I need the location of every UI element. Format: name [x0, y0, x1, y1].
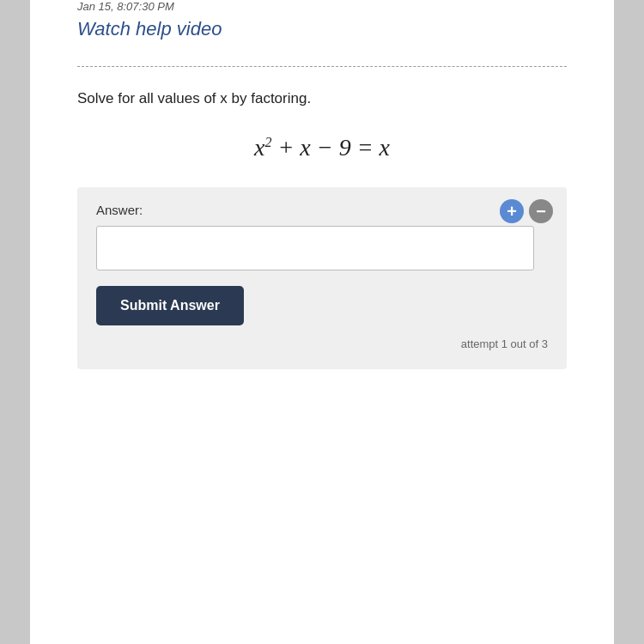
submit-label: Submit Answer: [120, 298, 220, 313]
divider: [77, 66, 567, 67]
answer-input[interactable]: [96, 226, 534, 270]
answer-box-controls: + −: [500, 199, 553, 223]
page-wrapper: Jan 15, 8:07:30 PM Watch help video Solv…: [0, 0, 644, 644]
equation-container: x2 + x − 9 = x: [77, 134, 567, 161]
answer-box: + − Answer: Submit Answer attempt 1 out …: [77, 187, 567, 369]
top-bar: Jan 15, 8:07:30 PM Watch help video: [30, 0, 614, 66]
card: Jan 15, 8:07:30 PM Watch help video Solv…: [30, 0, 614, 644]
answer-label: Answer:: [96, 203, 548, 217]
timestamp: Jan 15, 8:07:30 PM: [77, 0, 567, 13]
remove-answer-button[interactable]: −: [529, 199, 553, 223]
minus-icon: −: [536, 203, 546, 220]
watch-help-link[interactable]: Watch help video: [77, 18, 222, 40]
add-answer-button[interactable]: +: [500, 199, 524, 223]
submit-answer-button[interactable]: Submit Answer: [96, 286, 244, 325]
problem-instruction: Solve for all values of x by factoring.: [30, 88, 614, 110]
attempt-text: attempt 1 out of 3: [96, 337, 548, 350]
equation: x2 + x − 9 = x: [254, 134, 390, 161]
plus-icon: +: [507, 203, 517, 220]
